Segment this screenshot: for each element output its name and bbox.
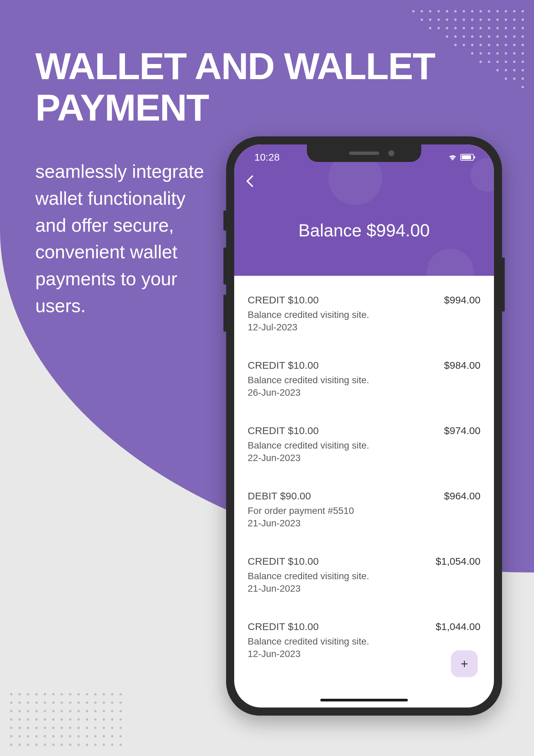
phone-notch — [307, 144, 421, 162]
app-header: 10:28 Balance $994.00 — [234, 144, 494, 276]
transaction-type: CREDIT $10.00 — [248, 360, 319, 371]
transaction-balance: $984.00 — [444, 360, 480, 371]
transaction-desc: Balance credited visiting site. — [248, 373, 480, 387]
transaction-desc: Balance credited visiting site. — [248, 569, 480, 583]
transaction-item[interactable]: DEBIT $90.00 $964.00 For order payment #… — [248, 477, 480, 542]
transaction-list: CREDIT $10.00 $994.00 Balance credited v… — [234, 276, 494, 683]
wifi-icon — [448, 154, 457, 161]
decorative-dots-bottom — [10, 693, 122, 746]
transaction-item[interactable]: CREDIT $10.00 $994.00 Balance credited v… — [248, 286, 480, 346]
transaction-desc: For order payment #5510 — [248, 504, 480, 518]
transaction-type: CREDIT $10.00 — [248, 621, 319, 632]
transaction-item[interactable]: CREDIT $10.00 $974.00 Balance credited v… — [248, 412, 480, 477]
phone-speaker — [349, 152, 379, 155]
transaction-date: 21-Jun-2023 — [248, 518, 480, 529]
transaction-desc: Balance credited visiting site. — [248, 308, 480, 322]
home-indicator[interactable] — [320, 699, 408, 701]
transaction-type: CREDIT $10.00 — [248, 425, 319, 436]
battery-icon — [460, 154, 474, 161]
transaction-date: 22-Jun-2023 — [248, 453, 480, 463]
transaction-desc: Balance credited visiting site. — [248, 634, 480, 649]
transaction-type: CREDIT $10.00 — [248, 294, 319, 306]
phone-mute-button — [223, 210, 226, 231]
transaction-date: 26-Jun-2023 — [248, 387, 480, 398]
transaction-balance: $1,044.00 — [436, 621, 480, 632]
phone-power-button — [502, 258, 505, 311]
transaction-type: CREDIT $10.00 — [248, 556, 319, 567]
page-subtitle: seamlessly integrate wallet functionalit… — [35, 158, 207, 320]
transaction-balance: $1,054.00 — [436, 556, 480, 567]
transaction-item[interactable]: CREDIT $10.00 $984.00 Balance credited v… — [248, 346, 480, 412]
transaction-date: 12-Jul-2023 — [248, 322, 480, 333]
phone-camera — [388, 150, 394, 156]
header-decoration — [427, 249, 474, 276]
plus-icon: + — [461, 657, 468, 671]
back-button[interactable] — [246, 175, 254, 191]
transaction-desc: Balance credited visiting site. — [248, 438, 480, 453]
page-title: WALLET AND WALLET PAYMENT — [35, 45, 534, 128]
add-button[interactable]: + — [451, 650, 478, 677]
transaction-balance: $964.00 — [444, 490, 480, 502]
phone-volume-down-button — [223, 295, 226, 332]
phone-volume-up-button — [223, 248, 226, 285]
phone-screen: 10:28 Balance $994.00 — [234, 144, 494, 708]
transaction-item[interactable]: CREDIT $10.00 $1,054.00 Balance credited… — [248, 542, 480, 607]
status-time: 10:28 — [254, 152, 280, 163]
transaction-date: 21-Jun-2023 — [248, 583, 480, 594]
transaction-date: 12-Jun-2023 — [248, 649, 480, 659]
phone-mockup: 10:28 Balance $994.00 — [226, 136, 502, 716]
transaction-item[interactable]: CREDIT $10.00 $1,044.00 Balance credited… — [248, 607, 480, 673]
transaction-balance: $974.00 — [444, 425, 480, 436]
transaction-balance: $994.00 — [444, 294, 480, 306]
transaction-type: DEBIT $90.00 — [248, 490, 311, 502]
balance-label: Balance $994.00 — [234, 220, 494, 240]
